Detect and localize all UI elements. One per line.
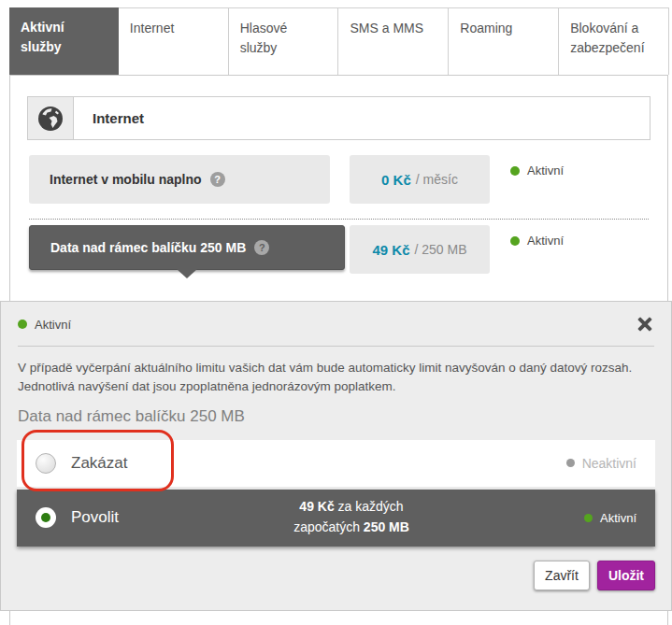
status-dot-icon: [510, 166, 520, 176]
description-line-1: V případě vyčerpání aktuálního limitu va…: [18, 359, 654, 377]
service-status: Aktivní: [510, 163, 564, 178]
radio-povolit[interactable]: [36, 507, 56, 528]
price-bold-1: 49 Kč: [299, 499, 334, 514]
close-icon[interactable]: [636, 315, 654, 334]
dotted-divider: [29, 219, 649, 220]
service-row-internet-v-mobilu: Internet v mobilu naplno ? 0 Kč / měsíc …: [29, 155, 649, 204]
section-header: Internet: [27, 96, 651, 140]
description-line-2: Jednotlivá navýšení dat jsou zpoplatněna…: [18, 377, 654, 396]
price-unit: / měsíc: [416, 172, 458, 187]
service-row-data-nad-ramec: Data nad rámec balíčku 250 MB ? 49 Kč / …: [29, 225, 649, 274]
service-price-box: 49 Kč / 250 MB: [350, 225, 490, 274]
tab-hlasove-sluzby[interactable]: Hlasové služby: [229, 7, 339, 75]
status-dot-icon: [584, 514, 593, 522]
status-label: Aktivní: [600, 511, 636, 525]
option-price: 49 Kč za každých započatých 250 MB: [119, 497, 584, 537]
section-icon-cell: [28, 97, 74, 139]
service-name-data-nad-ramec[interactable]: Data nad rámec balíčku 250 MB ?: [29, 225, 345, 270]
panel-subtitle: Data nad rámec balíčku 250 MB: [18, 407, 654, 426]
radio-zakazat[interactable]: [36, 453, 56, 474]
option-status: Aktivní: [584, 511, 636, 525]
tab-aktivni-sluzby[interactable]: Aktivní služby: [9, 7, 119, 75]
tab-roaming[interactable]: Roaming: [449, 7, 559, 75]
service-detail-panel: Aktivní V případě vyčerpání aktuálního l…: [0, 301, 672, 611]
price-value: 0 Kč: [381, 172, 411, 188]
panel-status: Aktivní: [18, 318, 71, 332]
service-name-label: Internet v mobilu naplno: [50, 172, 202, 187]
status-label: Aktivní: [527, 163, 564, 178]
panel-buttons: Zavřít Uložit: [534, 561, 655, 590]
close-button[interactable]: Zavřít: [534, 561, 590, 590]
status-label: Aktivní: [35, 318, 71, 332]
service-name-label: Data nad rámec balíčku 250 MB: [50, 240, 246, 255]
help-icon[interactable]: ?: [210, 172, 225, 187]
tab-blokovani-a-zabezpeceni[interactable]: Blokování a zabezpečení: [559, 7, 669, 75]
price-value: 49 Kč: [372, 242, 409, 258]
panel-status-row: Aktivní: [1, 315, 671, 334]
option-label: Povolit: [71, 508, 119, 527]
section-title: Internet: [74, 110, 144, 126]
price-rest-1: za každých: [335, 499, 404, 514]
price-rest-2: započatých: [293, 519, 364, 534]
help-icon[interactable]: ?: [254, 240, 269, 255]
status-dot-icon: [18, 320, 27, 329]
option-povolit[interactable]: Povolit 49 Kč za každých započatých 250 …: [17, 490, 655, 547]
option-label: Zakázat: [71, 454, 127, 473]
option-zakazat[interactable]: Zakázat Neaktivní: [17, 440, 655, 487]
status-dot-icon: [510, 236, 520, 246]
status-dot-icon: [566, 459, 575, 467]
price-unit: / 250 MB: [415, 242, 467, 257]
service-status: Aktivní: [510, 234, 564, 248]
service-name-internet-v-mobilu[interactable]: Internet v mobilu naplno ?: [29, 155, 330, 204]
globe-icon: [37, 106, 64, 132]
tab-sms-a-mms[interactable]: SMS a MMS: [338, 7, 449, 75]
option-status: Neaktivní: [566, 456, 636, 471]
status-label: Aktivní: [527, 234, 564, 248]
tab-bar: Aktivní služby Internet Hlasové služby S…: [9, 7, 669, 75]
service-price-box: 0 Kč / měsíc: [350, 155, 490, 204]
panel-description: V případě vyčerpání aktuálního limitu va…: [18, 359, 654, 397]
save-button[interactable]: Uložit: [597, 561, 655, 590]
status-label: Neaktivní: [582, 456, 636, 471]
panel-divider: [18, 346, 654, 347]
price-bold-2: 250 MB: [364, 519, 409, 534]
tab-internet[interactable]: Internet: [119, 7, 229, 75]
